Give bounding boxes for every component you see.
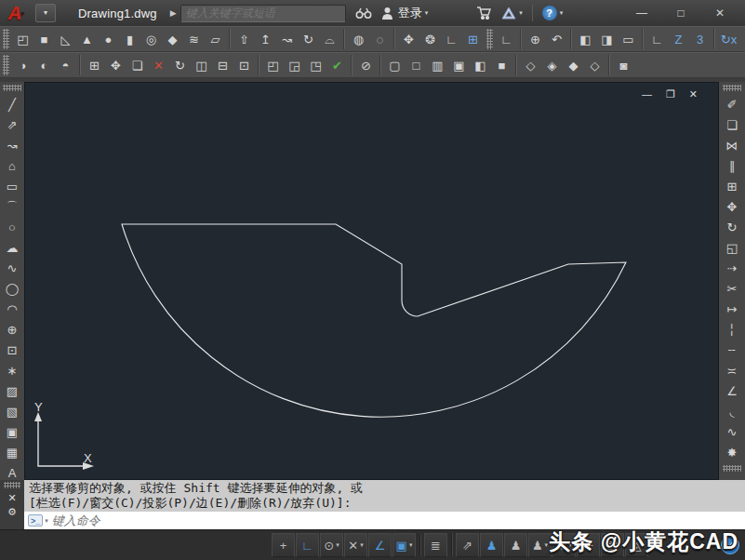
torus-button[interactable]: ◎: [140, 28, 162, 50]
maximize-button[interactable]: □: [669, 7, 693, 20]
ucs-3-point-button[interactable]: 3: [689, 28, 711, 50]
quick-access-dropdown-button[interactable]: ▾: [35, 4, 56, 22]
doc-minimize-button[interactable]: —: [642, 88, 652, 100]
palette-grip[interactable]: [4, 482, 20, 488]
surface-patch-button[interactable]: ◌: [369, 28, 391, 50]
command-input[interactable]: [52, 513, 745, 527]
lineweight-toggle[interactable]: ≣: [424, 533, 447, 557]
move-button[interactable]: ✥: [721, 196, 743, 217]
ucs-world-button[interactable]: ⊕: [525, 28, 546, 50]
copy-faces-button[interactable]: ⊟: [212, 54, 233, 76]
join-button[interactable]: ≍: [721, 360, 743, 380]
move-gizmo-button[interactable]: ✥: [398, 28, 419, 50]
rotate-gizmo-button[interactable]: ❂: [419, 28, 441, 50]
mirror-button[interactable]: ⋈: [721, 135, 743, 155]
object-snap-toggle[interactable]: ∠: [368, 533, 392, 557]
help-search-box[interactable]: [180, 5, 346, 22]
insert-block-button[interactable]: ⊕: [1, 319, 23, 340]
slice-button[interactable]: ◲: [284, 54, 305, 76]
union-button[interactable]: ◑: [12, 54, 33, 76]
arc-button[interactable]: ⌒: [1, 196, 23, 217]
close-button[interactable]: ✕: [708, 7, 732, 20]
view-se-isometric-button[interactable]: ◈: [541, 54, 563, 76]
ucs-face-button[interactable]: ◧: [575, 28, 596, 50]
ucs-view-button[interactable]: ▭: [618, 28, 639, 50]
region-button[interactable]: ▣: [1, 421, 23, 442]
pyramid-button[interactable]: ◆: [162, 28, 183, 50]
helix-button[interactable]: ≋: [183, 28, 205, 50]
toolbar-grip[interactable]: [723, 85, 741, 91]
exchange-cart-icon[interactable]: [476, 7, 492, 20]
polysolid-button[interactable]: ◰: [12, 28, 33, 50]
rotate-button[interactable]: ↻: [721, 217, 743, 237]
rectangle-button[interactable]: ▭: [1, 176, 23, 196]
extrude-faces-button[interactable]: ⊞: [84, 54, 105, 76]
break-button[interactable]: ╌: [721, 340, 743, 360]
extend-button[interactable]: ↦: [721, 299, 743, 319]
view-nw-isometric-button[interactable]: ◇: [584, 54, 605, 76]
presspull-button[interactable]: ↥: [255, 28, 276, 50]
hatch-button[interactable]: ▨: [1, 380, 23, 401]
check-solid-button[interactable]: ✔: [326, 54, 348, 76]
box-button[interactable]: ■: [33, 28, 55, 50]
polygon-button[interactable]: ⌂: [1, 155, 23, 176]
shell-button[interactable]: ◰: [262, 54, 284, 76]
section-plane-button[interactable]: ⊘: [355, 54, 377, 76]
offset-faces-button[interactable]: ❏: [126, 54, 148, 76]
help-search-input[interactable]: [181, 7, 345, 20]
sweep-button[interactable]: ↝: [276, 28, 298, 50]
make-block-button[interactable]: ⊡: [1, 340, 23, 360]
break-at-point-button[interactable]: ╎: [721, 319, 743, 340]
drawn-polyline[interactable]: [122, 224, 626, 417]
point-button[interactable]: ∗: [1, 360, 23, 380]
3d-array-button[interactable]: ⊞: [462, 28, 484, 50]
autoscale-toggle[interactable]: ♟: [504, 533, 527, 557]
vs-shaded-button[interactable]: ■: [491, 54, 512, 76]
polar-tracking-toggle[interactable]: ⊙: [320, 533, 343, 557]
taper-faces-button[interactable]: ◫: [191, 54, 212, 76]
ucs-origin-button[interactable]: ∟: [646, 28, 668, 50]
line-button[interactable]: ╱: [1, 94, 23, 114]
stretch-button[interactable]: ⇢: [721, 258, 743, 278]
cone-button[interactable]: ▲: [76, 28, 98, 50]
blend-curves-button[interactable]: ∿: [721, 421, 743, 442]
toolbar-grip[interactable]: [723, 465, 741, 472]
revision-cloud-button[interactable]: ☁: [1, 237, 23, 258]
infer-constraints-toggle[interactable]: +: [272, 533, 295, 557]
loft-button[interactable]: ⌓: [319, 28, 340, 50]
vs-realistic-button[interactable]: ▣: [448, 54, 470, 76]
surface-network-button[interactable]: ◍: [348, 28, 369, 50]
circle-button[interactable]: ○: [1, 217, 23, 237]
sphere-button[interactable]: ●: [98, 28, 119, 50]
vs-2d-wireframe-button[interactable]: ▢: [384, 54, 406, 76]
help-button[interactable]: ? ▾: [542, 6, 564, 20]
construction-line-button[interactable]: ⇗: [1, 114, 23, 135]
wedge-button[interactable]: ◺: [55, 28, 76, 50]
subtract-button[interactable]: ◐: [33, 54, 55, 76]
ucs-previous-button[interactable]: ↶: [546, 28, 567, 50]
cylinder-button[interactable]: ▮: [119, 28, 140, 50]
delete-faces-button[interactable]: ✕: [148, 54, 169, 76]
signin-button[interactable]: 登录 ▾: [381, 5, 429, 21]
minimize-button[interactable]: —: [630, 7, 654, 20]
scale-button[interactable]: ◱: [721, 237, 743, 258]
move-faces-button[interactable]: ✥: [105, 54, 126, 76]
fillet-button[interactable]: ◟: [721, 401, 743, 421]
copy-button[interactable]: ❏: [721, 114, 743, 135]
view-sw-isometric-button[interactable]: ◇: [520, 54, 541, 76]
table-button[interactable]: ▦: [1, 442, 23, 462]
doc-close-button[interactable]: ✕: [689, 88, 698, 100]
selection-cycling-toggle[interactable]: ⇗: [456, 533, 479, 557]
search-binoculars-icon[interactable]: [355, 7, 372, 20]
ellipse-arc-button[interactable]: ◠: [1, 299, 23, 319]
toolbar-grip[interactable]: [486, 29, 493, 49]
search-expand-icon[interactable]: ▶: [170, 8, 177, 18]
extrude-button[interactable]: ⇧: [233, 28, 255, 50]
polyline-button[interactable]: ↝: [1, 135, 23, 155]
ucs-z-axis-button[interactable]: Z: [668, 28, 689, 50]
palette-close-button[interactable]: ✕: [7, 491, 16, 505]
annotation-visibility-toggle[interactable]: ♟: [480, 533, 503, 557]
rotate-faces-button[interactable]: ↻: [169, 54, 191, 76]
toolbar-grip[interactable]: [3, 29, 9, 49]
revolve-button[interactable]: ↻: [298, 28, 319, 50]
